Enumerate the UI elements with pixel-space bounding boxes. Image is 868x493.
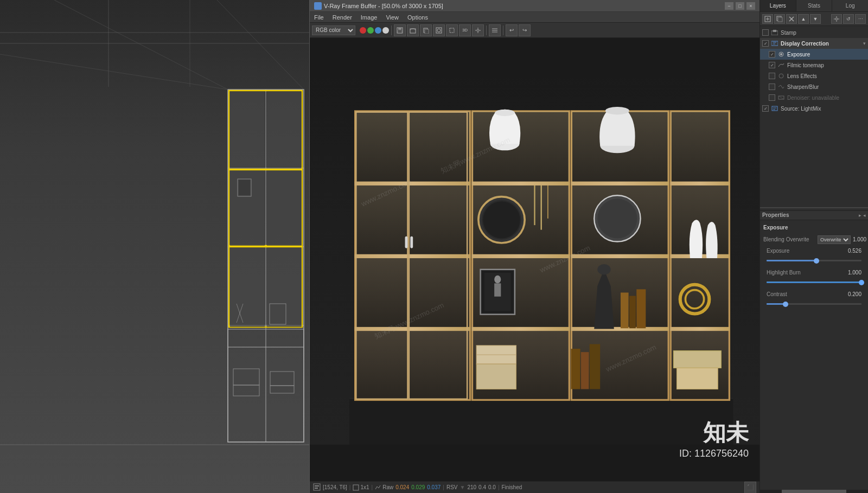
svg-rect-85 [670, 182, 730, 185]
tb-redo-btn[interactable]: ↪ [519, 24, 531, 36]
properties-expand[interactable]: ▸ ◂ [859, 213, 866, 218]
svg-rect-15 [267, 92, 302, 167]
svg-rect-124 [314, 484, 320, 490]
restore-button[interactable]: □ [736, 2, 744, 10]
svg-point-142 [780, 53, 782, 55]
layer-item-denoiser[interactable]: Denoiser: unavailable [760, 92, 868, 103]
layer-checkbox-lightmix[interactable]: ✓ [762, 105, 769, 112]
layer-icon-lightmix [771, 105, 778, 112]
svg-rect-38 [398, 31, 402, 33]
blending-row: Blending Overwrite Overwrite 1.000 [763, 234, 865, 245]
exposure-thumb[interactable] [814, 258, 819, 264]
right-panel: Layers Stats Log ▲ ▼ [760, 0, 868, 493]
svg-rect-56 [356, 330, 469, 399]
exposure-track [767, 260, 861, 261]
tb-copy-btn[interactable] [420, 24, 432, 36]
tb-open-btn[interactable] [407, 24, 419, 36]
viewport-svg [0, 0, 309, 493]
layer-checkbox-stamp[interactable] [762, 29, 769, 36]
status-val3: 0.0 [488, 484, 496, 490]
layer-new-btn[interactable] [762, 14, 773, 24]
layer-checkbox-dc[interactable]: ✓ [762, 40, 769, 47]
layer-checkbox-lens[interactable] [769, 73, 775, 79]
status-sep3: | [443, 484, 444, 490]
layer-icon-stamp [771, 29, 778, 36]
tab-stats[interactable]: Stats [796, 0, 833, 11]
layer-up-btn[interactable]: ▲ [798, 14, 809, 24]
layer-down-btn[interactable]: ▼ [810, 14, 821, 24]
properties-header: Properties ▸ ◂ [760, 210, 868, 220]
tab-layers[interactable]: Layers [760, 0, 796, 11]
layer-icon-lens [777, 73, 785, 79]
menu-view[interactable]: View [384, 14, 401, 21]
layer-label-denoiser: Denoiser: unavailable [787, 95, 866, 101]
layer-checkbox-sharpen[interactable] [769, 84, 775, 90]
svg-rect-114 [571, 349, 580, 389]
status-num3: 0.037 [427, 484, 441, 490]
status-sep5: | [498, 484, 500, 490]
layer-item-stamp[interactable]: Stamp [760, 27, 868, 38]
svg-rect-107 [629, 296, 636, 329]
layer-settings-btn[interactable] [831, 14, 842, 24]
layer-checkbox-exposure[interactable]: ✓ [769, 51, 775, 57]
menu-file[interactable]: File [312, 14, 326, 21]
vray-titlebar: V-Ray Frame Buffer - [50.0% of 3000 x 17… [310, 0, 760, 12]
blending-dropdown[interactable]: Overwrite [818, 235, 851, 244]
vray-window: V-Ray Frame Buffer - [50.0% of 3000 x 17… [309, 0, 760, 493]
highlight-slider-label-row: Highlight Burn 1.000 [763, 268, 865, 278]
tb-settings-btn[interactable] [472, 24, 484, 36]
layer-checkbox-filmic[interactable]: ✓ [769, 62, 775, 68]
viewport[interactable]: www.znzmo.com 知未网www.znzmo.com www.znzmo… [0, 0, 309, 493]
layer-icon-denoiser [777, 94, 785, 101]
menu-image[interactable]: Image [359, 14, 380, 21]
layer-item-filmic[interactable]: ✓ Filmic tonemap [760, 60, 868, 71]
svg-point-43 [437, 29, 441, 32]
channel-select[interactable]: RGB color [312, 25, 355, 35]
panel-toolbar: ▲ ▼ ↺ ⋯ [760, 12, 868, 26]
exposure-slider[interactable] [767, 257, 861, 265]
layer-checkbox-denoiser[interactable] [769, 94, 775, 101]
tb-layers-btn[interactable] [489, 24, 501, 36]
tb-region-btn[interactable] [446, 24, 458, 36]
tb-render-btn[interactable] [433, 24, 445, 36]
blending-value: 1.000 [853, 236, 866, 242]
svg-rect-59 [355, 327, 470, 331]
contrast-slider[interactable] [767, 300, 861, 308]
tb-save-btn[interactable] [394, 24, 406, 36]
properties-title: Properties [762, 212, 789, 218]
vray-title-text: V-Ray Frame Buffer - [50.0% of 3000 x 17… [324, 3, 725, 9]
status-finished: Finished [502, 484, 522, 490]
layer-delete-btn[interactable] [786, 14, 797, 24]
dot-green [367, 27, 374, 34]
app-container: www.znzmo.com 知未网www.znzmo.com www.znzmo… [0, 0, 868, 493]
close-button[interactable]: × [746, 2, 755, 10]
status-rsv-label: RSV [446, 484, 458, 490]
vray-icon [314, 2, 322, 10]
contrast-thumb[interactable] [783, 302, 788, 307]
status-num1: 0.024 [395, 484, 409, 490]
menu-options[interactable]: Options [405, 14, 430, 21]
panel-divider [760, 207, 868, 208]
panel-scroll-thumb[interactable] [782, 490, 846, 493]
highlight-thumb[interactable] [859, 280, 864, 285]
layer-item-lens[interactable]: Lens Effects [760, 71, 868, 81]
layers-list[interactable]: Stamp ✓ Display Correction ▾ ✓ [760, 26, 868, 205]
layer-label-exposure: Exposure [787, 52, 866, 57]
layer-more-btn[interactable]: ⋯ [855, 14, 866, 24]
layer-duplicate-btn[interactable] [774, 14, 785, 24]
vfb-image-area[interactable]: www.znzmo.com 知未网www.znzmo.com www.znzmo… [310, 38, 760, 481]
layer-reset-btn[interactable]: ↺ [843, 14, 854, 24]
tb-3d-btn[interactable]: 3D [459, 24, 471, 36]
layer-item-display-correction[interactable]: ✓ Display Correction ▾ [760, 38, 868, 49]
highlight-slider[interactable] [767, 279, 861, 286]
panel-scrollbar[interactable] [760, 490, 868, 493]
layer-item-exposure[interactable]: ✓ Exposure [760, 49, 868, 60]
status-icon [313, 483, 321, 492]
layer-item-lightmix[interactable]: ✓ Source: LightMix [760, 103, 868, 114]
minimize-button[interactable]: − [725, 2, 733, 10]
menu-render[interactable]: Render [330, 14, 354, 21]
tab-log[interactable]: Log [832, 0, 868, 11]
layer-item-sharpen[interactable]: Sharpen/Blur [760, 81, 868, 92]
tb-undo-btn[interactable]: ↩ [506, 24, 518, 36]
status-expand-btn[interactable]: ⬛ [744, 482, 756, 494]
